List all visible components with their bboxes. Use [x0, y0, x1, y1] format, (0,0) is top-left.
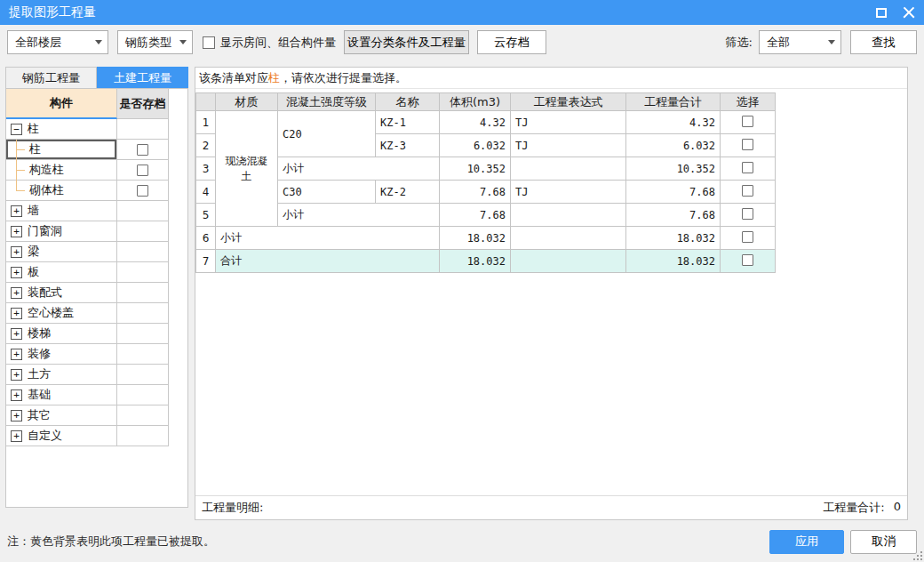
expand-icon[interactable]: + [11, 349, 22, 360]
tree-item-基础[interactable]: +基础 [6, 385, 169, 405]
select-cell [721, 111, 776, 134]
cell-total: 18.032 [626, 227, 721, 250]
tree-item-label: 墙 [28, 203, 39, 219]
tree-item-其它[interactable]: +其它 [6, 405, 169, 426]
tree-item-板[interactable]: +板 [6, 262, 169, 283]
tree-item-label-cell[interactable]: 构造柱 [6, 160, 117, 181]
extract-quantity-dialog: 提取图形工程量 全部楼层 钢筋类型 显示房间、组合构件量 设置分类条件及工程量 … [0, 0, 924, 562]
expand-icon[interactable]: + [11, 328, 22, 340]
select-checkbox[interactable] [742, 116, 753, 127]
expand-icon[interactable]: + [11, 226, 22, 237]
expand-icon[interactable]: + [11, 205, 22, 217]
table-row[interactable]: 7合计18.03218.032 [196, 250, 776, 273]
cell-total: 7.68 [626, 204, 721, 227]
panel-status-bar: 工程量明细: 工程量合计: 0 [195, 495, 907, 519]
tree-item-label-cell[interactable]: +其它 [6, 405, 117, 426]
tree-item-label: 柱 [29, 141, 41, 157]
expand-icon[interactable]: + [11, 389, 22, 401]
cell-total: 18.032 [626, 250, 721, 273]
table-row[interactable]: 4C30KZ-27.68TJ7.68 [196, 181, 776, 204]
tree-item-门窗洞[interactable]: +门窗洞 [6, 221, 169, 242]
tree-item-砌体柱[interactable]: 砌体柱 [6, 181, 169, 201]
tree-item-自定义[interactable]: +自定义 [6, 426, 169, 446]
tab-civil-quantity[interactable]: 土建工程量 [97, 67, 188, 88]
column-header-选择: 选择 [721, 93, 776, 111]
collapse-icon[interactable]: − [11, 124, 22, 135]
message-highlight: 柱 [268, 70, 280, 86]
show-room-checkbox[interactable] [203, 36, 215, 49]
archive-checkbox[interactable] [137, 144, 148, 156]
find-button[interactable]: 查找 [850, 30, 917, 54]
expand-icon[interactable]: + [11, 430, 22, 442]
cloud-save-button[interactable]: 云存档 [477, 30, 546, 54]
archive-cell [117, 181, 169, 201]
tab-rebar-quantity[interactable]: 钢筋工程量 [5, 67, 97, 88]
table-row[interactable]: 3小计10.35210.352 [196, 157, 776, 181]
tree-item-label-cell[interactable]: +基础 [6, 385, 117, 405]
tree-item-label-cell[interactable]: +梁 [6, 242, 117, 262]
cell-material: 合计 [216, 250, 440, 273]
select-cell [721, 250, 776, 273]
tree-item-装修[interactable]: +装修 [6, 344, 169, 365]
floor-dropdown[interactable]: 全部楼层 [7, 30, 108, 54]
select-checkbox[interactable] [742, 185, 753, 197]
column-header-工程量合计: 工程量合计 [626, 93, 721, 111]
expand-icon[interactable]: + [11, 267, 22, 278]
tree-item-label-cell[interactable]: +自定义 [6, 426, 117, 446]
close-icon[interactable] [903, 6, 915, 19]
maximize-icon[interactable] [876, 8, 887, 18]
apply-button[interactable]: 应用 [769, 530, 844, 554]
archive-cell [117, 160, 169, 181]
cell-volume: 18.032 [440, 227, 511, 250]
tree-item-构造柱[interactable]: 构造柱 [6, 160, 169, 181]
tree-item-label-cell[interactable]: +装配式 [6, 283, 117, 303]
tree-item-装配式[interactable]: +装配式 [6, 283, 169, 303]
tree-item-label-cell[interactable]: 柱 [6, 140, 117, 160]
dialog-title: 提取图形工程量 [9, 4, 96, 20]
tree-item-土方[interactable]: +土方 [6, 365, 169, 385]
table-row[interactable]: 6小计18.03218.032 [196, 227, 776, 250]
table-row[interactable]: 1现浇混凝土C20KZ-14.32TJ4.32 [196, 111, 776, 134]
cell-expr: TJ [511, 111, 626, 134]
tree-item-墙[interactable]: +墙 [6, 201, 169, 221]
tree-item-label-cell[interactable]: +装修 [6, 344, 117, 365]
tree-item-柱[interactable]: −柱 [6, 119, 169, 140]
filter-label: 筛选: [726, 35, 753, 51]
tree-item-label-cell[interactable]: +土方 [6, 365, 117, 385]
tree-item-label-cell[interactable]: +空心楼盖 [6, 303, 117, 324]
expand-icon[interactable]: + [11, 369, 22, 381]
select-checkbox[interactable] [742, 162, 753, 173]
tree-item-label-cell[interactable]: +墙 [6, 201, 117, 221]
select-checkbox[interactable] [742, 139, 753, 150]
expand-icon[interactable]: + [11, 308, 22, 319]
cell-name: KZ-2 [376, 181, 440, 204]
tree-item-label-cell[interactable]: −柱 [6, 119, 117, 140]
toolbar: 全部楼层 钢筋类型 显示房间、组合构件量 设置分类条件及工程量 云存档 筛选: … [7, 30, 917, 54]
tree-header: 构件 是否存档 [6, 89, 169, 119]
tree-item-梁[interactable]: +梁 [6, 242, 169, 262]
tree-item-楼梯[interactable]: +楼梯 [6, 324, 169, 344]
tree-item-柱[interactable]: 柱 [6, 140, 169, 160]
title-bar: 提取图形工程量 [0, 0, 924, 25]
select-checkbox[interactable] [742, 254, 753, 266]
filter-dropdown[interactable]: 全部 [759, 30, 841, 54]
tree-item-label-cell[interactable]: 砌体柱 [6, 181, 117, 201]
tree-item-label-cell[interactable]: +门窗洞 [6, 221, 117, 242]
show-room-checkbox-group[interactable]: 显示房间、组合构件量 [203, 35, 336, 51]
tree-item-空心楼盖[interactable]: +空心楼盖 [6, 303, 169, 324]
select-checkbox[interactable] [742, 231, 753, 243]
archive-checkbox[interactable] [137, 165, 148, 176]
cancel-button[interactable]: 取消 [850, 530, 917, 554]
select-checkbox[interactable] [742, 208, 753, 220]
tree-item-label-cell[interactable]: +板 [6, 262, 117, 283]
cell-expr [511, 227, 626, 250]
table-row[interactable]: 5小计7.687.68 [196, 204, 776, 227]
rebar-type-dropdown[interactable]: 钢筋类型 [117, 30, 193, 54]
archive-checkbox[interactable] [137, 185, 148, 197]
set-conditions-button[interactable]: 设置分类条件及工程量 [344, 30, 469, 54]
expand-icon[interactable]: + [11, 410, 22, 422]
resize-grip[interactable] [913, 551, 922, 560]
expand-icon[interactable]: + [11, 287, 22, 299]
expand-icon[interactable]: + [11, 246, 22, 258]
tree-item-label-cell[interactable]: +楼梯 [6, 324, 117, 344]
